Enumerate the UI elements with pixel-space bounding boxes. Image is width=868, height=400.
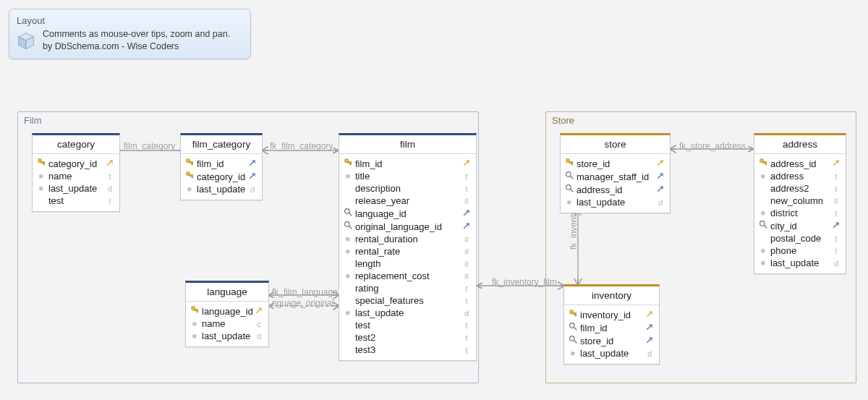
table-column[interactable]: testt [339,319,476,331]
type-mark: d [647,349,652,358]
table-column[interactable]: postal_codet [754,232,846,244]
table-column[interactable]: ✱last_updated [561,196,670,208]
column-name: address2 [769,183,831,194]
table-column[interactable]: category_id [33,157,119,170]
table-column[interactable]: ✱last_updated [181,183,262,195]
table-column[interactable]: ✱last_updated [339,307,476,319]
table-column[interactable]: manager_staff_id [561,170,670,183]
svg-rect-58 [765,163,766,164]
column-type: # [461,247,472,256]
table-column[interactable]: address_id [754,157,846,170]
column-name: store_id [579,336,644,346]
table-column[interactable]: language_id [186,305,268,318]
asterisk-icon: ✱ [192,333,197,340]
table-store[interactable]: store store_idmanager_staff_idaddress_id… [560,133,671,213]
column-type: t [461,284,472,293]
asterisk-icon: ✱ [760,210,766,217]
type-mark: t [465,284,467,293]
table-column[interactable]: store_id [561,157,670,170]
table-column[interactable]: film_id [339,157,476,170]
table-column[interactable]: original_language_id [339,220,476,233]
type-mark: d [834,259,838,268]
type-mark: t [465,321,467,330]
column-name: district [769,208,831,218]
table-column[interactable]: address2t [754,182,846,195]
table-column[interactable]: language_id [339,207,476,220]
type-mark: t [109,172,111,181]
table-film-category[interactable]: film_category film_idcategory_id✱last_up… [180,133,263,200]
table-column[interactable]: city_id [754,219,846,232]
column-name: release_year [354,195,461,206]
info-line2: by DbSchema.com - Wise Coders [43,41,230,53]
column-name: test2 [354,332,461,343]
key-icon [190,305,200,315]
asterisk-icon: ✱ [192,320,197,328]
table-column[interactable]: test2t [339,331,476,344]
table-column[interactable]: ✱rental_rate# [339,245,476,258]
table-column[interactable]: descriptiont [339,182,476,195]
table-column[interactable]: film_id [181,157,262,170]
table-column[interactable]: ✱addresst [754,170,846,182]
svg-point-29 [344,222,349,227]
table-column[interactable]: ratingt [339,282,476,294]
svg-point-50 [569,323,574,328]
table-address[interactable]: address address_id✱addresstaddress2tnew_… [754,133,846,274]
table-column[interactable]: category_id [181,170,262,183]
lens-icon [759,220,768,229]
table-column[interactable]: special_featurest [339,294,476,307]
column-type: t [831,234,841,243]
svg-point-40 [566,172,571,177]
table-column[interactable]: ✱last_updated [754,257,846,269]
column-name: test [47,195,105,206]
column-name: manager_staff_id [575,171,655,182]
svg-line-28 [464,210,469,216]
svg-line-42 [658,174,663,179]
table-column[interactable]: film_id [564,321,659,334]
table-column[interactable]: inventory_id [564,308,659,321]
lens-icon [569,322,578,331]
table-column[interactable]: ✱last_updated [33,182,119,195]
type-mark: d [250,185,255,194]
column-name: film_id [195,158,247,169]
asterisk-icon: ✱ [38,173,44,180]
table-column[interactable]: ✱last_updated [564,347,659,359]
column-type [254,306,264,316]
table-column[interactable]: ✱namec [186,318,268,330]
table-language[interactable]: language language_id✱namec✱last_updated [185,281,269,347]
table-film[interactable]: film film_id✱titletdescriptiontrelease_y… [339,133,477,361]
table-inventory[interactable]: inventory inventory_idfilm_idstore_id✱la… [563,284,660,365]
table-category[interactable]: category category_id✱namet✱last_updatedt… [32,133,120,212]
table-column[interactable]: ✱replacement_cost# [339,270,476,282]
asterisk-icon: ✱ [570,350,576,357]
table-column[interactable]: test3t [339,344,476,356]
column-name: last_update [575,197,655,208]
column-type [247,158,258,169]
table-column[interactable]: release_year# [339,195,476,207]
column-type: t [831,172,841,181]
table-address-title: address [754,135,846,154]
table-column[interactable]: ✱titlet [339,170,476,182]
table-column[interactable]: length# [339,258,476,270]
column-type: t [105,172,115,181]
column-name: title [354,171,461,182]
column-name: rental_duration [354,234,461,244]
type-mark: d [464,309,469,318]
fk-arrow-icon [248,171,257,180]
table-column[interactable]: testt [33,195,119,207]
table-column[interactable]: ✱rental_duration# [339,233,476,245]
column-type: d [644,349,655,358]
type-mark: t [835,234,837,243]
asterisk-icon: ✱ [760,173,766,180]
table-column[interactable]: new_column# [754,195,846,207]
table-column[interactable]: ✱districtt [754,207,846,219]
table-column[interactable]: address_id [561,183,670,196]
table-column[interactable]: ✱phonet [754,244,846,257]
column-name: postal_code [769,233,831,244]
pk-arrow-icon [106,158,114,167]
cube-icon [17,31,35,50]
svg-line-61 [764,225,767,228]
table-column[interactable]: ✱last_updated [186,330,268,342]
table-column[interactable]: ✱namet [33,170,119,182]
table-film-title: film [339,135,476,154]
table-column[interactable]: store_id [564,334,659,347]
